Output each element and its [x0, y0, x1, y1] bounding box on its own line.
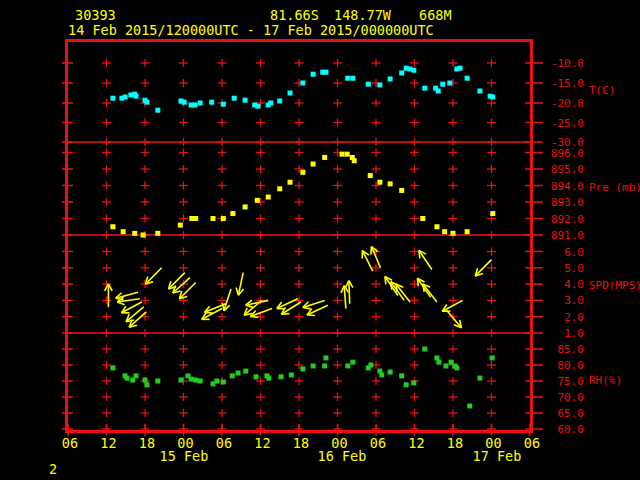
svg-text:-15.0: -15.0	[551, 77, 584, 90]
svg-text:85.0: 85.0	[558, 343, 585, 356]
pressure-series	[110, 152, 495, 238]
wind_speed-series	[105, 247, 492, 328]
svg-text:2.0: 2.0	[564, 311, 584, 324]
svg-text:70.0: 70.0	[558, 391, 585, 404]
grid-marks	[102, 59, 496, 433]
svg-text:SPD(MPS): SPD(MPS)	[589, 279, 640, 292]
svg-text:3.0: 3.0	[564, 294, 584, 307]
svg-text:06: 06	[370, 435, 386, 451]
x-axis-labels: 0612180006121800061218000615 Feb16 Feb17…	[62, 435, 540, 464]
svg-text:80.0: 80.0	[558, 359, 585, 372]
svg-text:-20.0: -20.0	[551, 97, 584, 110]
svg-text:891.0: 891.0	[551, 229, 584, 242]
y-axis-labels: -10.0-15.0-20.0-25.0-30.0T(C)896.0895.08…	[551, 57, 640, 436]
svg-text:-10.0: -10.0	[551, 57, 584, 70]
svg-text:1.0: 1.0	[564, 327, 584, 340]
svg-text:06: 06	[62, 435, 78, 451]
svg-text:60.0: 60.0	[558, 423, 585, 436]
svg-text:894.0: 894.0	[551, 180, 584, 193]
svg-text:895.0: 895.0	[551, 163, 584, 176]
svg-text:-25.0: -25.0	[551, 117, 584, 130]
svg-text:06: 06	[216, 435, 232, 451]
svg-text:T(C): T(C)	[589, 84, 616, 97]
svg-text:12: 12	[254, 435, 270, 451]
svg-text:18: 18	[447, 435, 463, 451]
svg-text:18: 18	[293, 435, 309, 451]
svg-text:16 Feb: 16 Feb	[318, 448, 367, 464]
svg-text:Pre (mb): Pre (mb)	[589, 181, 640, 194]
meteogram-chart: -10.0-15.0-20.0-25.0-30.0T(C)896.0895.08…	[0, 0, 640, 480]
svg-text:RH(%): RH(%)	[589, 374, 622, 387]
svg-text:12: 12	[100, 435, 116, 451]
svg-text:65.0: 65.0	[558, 407, 585, 420]
svg-text:893.0: 893.0	[551, 196, 584, 209]
meteogram-screen: 30393 81.66S 148.77W 668M 14 Feb 2015/12…	[0, 0, 640, 480]
page-number: 2	[49, 461, 57, 477]
svg-text:896.0: 896.0	[551, 147, 584, 160]
svg-text:06: 06	[524, 435, 540, 451]
svg-text:17 Feb: 17 Feb	[473, 448, 522, 464]
relative_humidity-series	[110, 347, 494, 409]
svg-text:12: 12	[408, 435, 424, 451]
svg-text:5.0: 5.0	[564, 262, 584, 275]
svg-text:4.0: 4.0	[564, 278, 584, 291]
svg-text:18: 18	[139, 435, 155, 451]
svg-text:6.0: 6.0	[564, 246, 584, 259]
svg-text:15 Feb: 15 Feb	[160, 448, 209, 464]
svg-text:75.0: 75.0	[558, 375, 585, 388]
svg-text:892.0: 892.0	[551, 213, 584, 226]
temperature-series	[110, 66, 495, 113]
